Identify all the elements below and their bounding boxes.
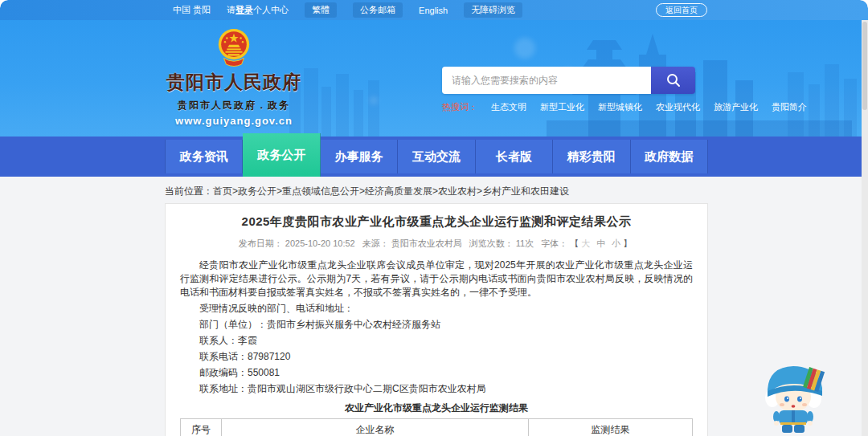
table-header-row: 序号 企业名称 监测结果 (181, 419, 693, 436)
topbar-links: 中国 贵阳 请登录个人中心 繁體 公务邮箱 English 无障碍浏览 (173, 2, 522, 18)
return-home-button[interactable]: 返回首页 (656, 3, 707, 17)
article-body: 经贵阳市农业产业化市级重点龙头企业联席会议成员单位审定，现对2025年开展的农业… (180, 259, 693, 396)
contact-person: 联系人：李霞 (180, 334, 693, 348)
official-mail-link[interactable]: 公务邮箱 (353, 2, 403, 18)
header-no: 序号 (181, 419, 222, 436)
site-name: 贵阳市人民政府 (165, 70, 303, 95)
mascot-assistant[interactable] (761, 359, 829, 434)
login-link[interactable]: 请登录个人中心 (227, 4, 289, 16)
main-nav: 政务资讯 政务公开 办事服务 互动交流 长者版 精彩贵阳 政府数据 (0, 137, 868, 177)
breadcrumb-path[interactable]: 首页>政务公开>重点领域信息公开>经济高质量发展>农业农村>乡村产业和农田建设 (213, 185, 569, 197)
search-icon (665, 72, 682, 88)
login-word[interactable]: 登录 (235, 5, 253, 14)
search-area: 热搜词： 生态文明 新型工业化 新型城镇化 农业现代化 旅游产业化 贵阳简介 (442, 67, 695, 113)
contact-department: 部门（单位）：贵阳市乡村振兴服务中心农村经济服务站 (180, 318, 693, 332)
nav-items: 政务资讯 政务公开 办事服务 互动交流 长者版 精彩贵阳 政府数据 (165, 137, 708, 177)
national-emblem-icon (215, 26, 252, 68)
search-input[interactable] (442, 67, 651, 94)
hot-link-industry[interactable]: 新型工业化 (540, 101, 584, 113)
nav-item-gov-disclosure[interactable]: 政务公开 (243, 133, 320, 177)
nav-item-senior-version[interactable]: 长者版 (476, 140, 553, 173)
article-title: 2025年度贵阳市农业产业化市级重点龙头企业运行监测和评定结果公示 (180, 214, 693, 230)
bokeh-decoration (514, 38, 535, 59)
page: 中国 贵阳 请登录个人中心 繁體 公务邮箱 English 无障碍浏览 返回首页 (0, 0, 868, 436)
views-label: 浏览次数： (469, 238, 514, 248)
table-caption: 农业产业化市级重点龙头企业运行监测结果 (180, 401, 693, 415)
search-box (442, 67, 695, 94)
site-subtitle: 贵阳市人民政府．政务 (165, 99, 303, 112)
hot-link-agriculture[interactable]: 农业现代化 (656, 101, 700, 113)
header-result: 监测结果 (529, 419, 693, 436)
source-label: 来源： (362, 238, 389, 248)
link-china-guiyang[interactable]: 中国 贵阳 (173, 4, 211, 16)
font-size-medium-button[interactable]: 中 (596, 238, 605, 248)
breadcrumb: 当前位置：首页>政务公开>重点领域信息公开>经济高质量发展>农业农村>乡村产业和… (165, 181, 569, 201)
contact-phone: 联系电话：87987120 (180, 350, 693, 364)
hot-link-ecology[interactable]: 生态文明 (491, 101, 526, 113)
nav-item-news[interactable]: 政务资讯 (165, 140, 243, 173)
source-value: 贵阳市农业农村局 (391, 238, 462, 248)
contact-postcode: 邮政编码：550081 (180, 366, 693, 380)
contact-address: 联系地址：贵阳市观山湖区市级行政中心二期C区贵阳市农业农村局 (180, 382, 693, 396)
monitoring-results-table: 序号 企业名称 监测结果 1 贵州合力超市采购有限公司 合格 2 贵州友禾种业有… (180, 418, 693, 436)
nav-item-gov-data[interactable]: 政府数据 (631, 140, 708, 173)
login-prefix: 请 (227, 5, 235, 14)
hot-search-row: 热搜词： 生态文明 新型工业化 新型城镇化 农业现代化 旅游产业化 贵阳简介 (442, 101, 695, 113)
breadcrumb-label: 当前位置： (165, 185, 213, 197)
article-card: 2025年度贵阳市农业产业化市级重点龙头企业运行监测和评定结果公示 发布日期：2… (165, 203, 708, 436)
site-header: 贵阳市人民政府 贵阳市人民政府．政务 www.guiyang.gov.cn 热搜… (0, 20, 868, 137)
scrollbar-thumb[interactable] (862, 22, 867, 110)
article-meta: 发布日期：2025-10-20 10:52来源：贵阳市农业农村局浏览次数：11次… (180, 238, 693, 250)
bokeh-decoration (370, 96, 378, 104)
views-value: 11次 (516, 238, 534, 248)
bracket-open: 【 (570, 238, 579, 248)
nav-item-wonderful-guiyang[interactable]: 精彩贵阳 (553, 140, 630, 173)
nav-item-services[interactable]: 办事服务 (321, 140, 398, 173)
font-size-small-button[interactable]: 小 (612, 238, 620, 248)
login-suffix: 个人中心 (253, 5, 289, 14)
header-company: 企业名称 (221, 419, 528, 436)
paragraph: 受理情况反映的部门、电话和地址： (180, 302, 693, 316)
hot-search-label: 热搜词： (442, 101, 477, 113)
english-link[interactable]: English (419, 6, 448, 15)
hot-link-guiyang-intro[interactable]: 贵阳简介 (772, 101, 807, 113)
site-url: www.guiyang.gov.cn (165, 115, 303, 127)
hot-link-tourism[interactable]: 旅游产业化 (714, 101, 758, 113)
font-size-label: 字体： (541, 238, 567, 248)
accessibility-link[interactable]: 无障碍浏览 (464, 2, 522, 18)
publish-date-label: 发布日期： (239, 238, 283, 248)
paragraph: 经贵阳市农业产业化市级重点龙头企业联席会议成员单位审定，现对2025年开展的农业… (180, 259, 693, 299)
nav-item-interaction[interactable]: 互动交流 (398, 140, 475, 173)
scrollbar[interactable] (862, 20, 868, 436)
traditional-chinese-link[interactable]: 繁體 (305, 2, 337, 18)
font-size-large-button[interactable]: 大 (581, 238, 590, 248)
hot-link-urbanization[interactable]: 新型城镇化 (598, 101, 642, 113)
search-button[interactable] (651, 67, 695, 94)
publish-date: 2025-10-20 10:52 (285, 238, 355, 248)
top-utility-bar: 中国 贵阳 请登录个人中心 繁體 公务邮箱 English 无障碍浏览 返回首页 (0, 0, 868, 20)
site-logo[interactable]: 贵阳市人民政府 贵阳市人民政府．政务 www.guiyang.gov.cn (165, 26, 303, 127)
bracket-close: 】 (623, 238, 632, 248)
